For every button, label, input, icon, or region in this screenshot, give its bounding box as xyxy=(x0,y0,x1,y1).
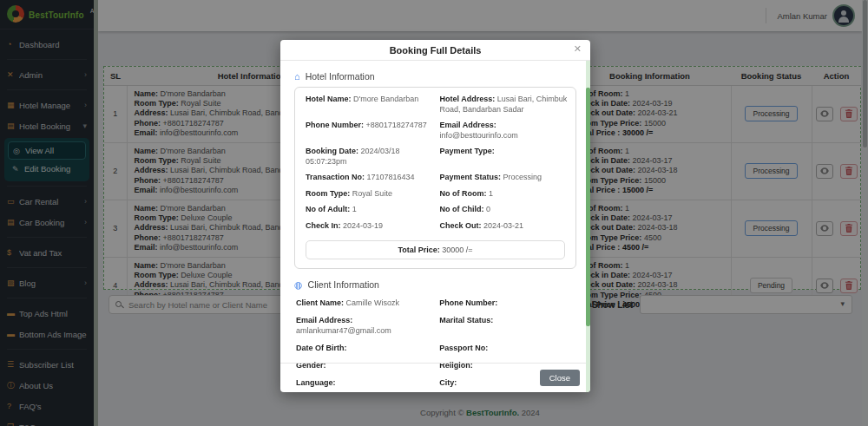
field-no-of-adult: No of Adult: 1 xyxy=(306,205,433,215)
client-information-section-header: ◍ Client Information xyxy=(294,279,576,290)
field-client-name: Client Name: Camille Wisozk xyxy=(296,298,432,309)
field-check-in: Check In: 2024-03-19 xyxy=(306,221,433,232)
field-date-of-birth: Date Of Birth: xyxy=(296,344,432,354)
client-icon: ◍ xyxy=(294,280,303,290)
modal-scrollbar-thumb[interactable] xyxy=(586,88,590,326)
hotel-information-section-header: ⌂ Hotel Information xyxy=(294,71,576,82)
field-no-of-child: No of Child: 0 xyxy=(440,205,572,215)
field-email-address: Email Address: info@besttourinfo.com xyxy=(440,121,572,141)
field-transaction-no: Transaction No: 17107816434 xyxy=(306,173,433,183)
close-button[interactable]: Close xyxy=(540,370,580,386)
field-phone-number: Phone Number: +8801718274787 xyxy=(306,121,433,141)
modal-body: ⌂ Hotel Information Hotel Name: D'more B… xyxy=(280,61,590,396)
close-icon[interactable]: ✕ xyxy=(574,43,582,55)
booking-details-modal: Booking Full Details ✕ ⌂ Hotel Informati… xyxy=(280,40,590,392)
field-client-phone: Phone Number: xyxy=(439,298,582,309)
field-check-out: Check Out: 2024-03-21 xyxy=(440,221,572,232)
hotel-icon: ⌂ xyxy=(294,72,300,82)
hotel-info-box: Hotel Name: D'more Bandarban Hotel Addre… xyxy=(294,87,576,269)
field-passport-no: Passport No: xyxy=(439,344,582,354)
field-client-email: Email Address: amlankumar47@gmail.com xyxy=(296,316,432,336)
modal-header: Booking Full Details ✕ xyxy=(280,40,590,61)
field-no-of-room: No of Room: 1 xyxy=(440,189,572,200)
field-payment-status: Payment Status: Processing xyxy=(440,173,572,183)
field-booking-date: Booking Date: 2024/03/18 05:07:23pm xyxy=(306,147,433,167)
field-hotel-address: Hotel Address: Lusai Bari, Chimbuk Road,… xyxy=(440,95,572,115)
field-marital-status: Marital Status: xyxy=(439,316,582,336)
field-payment-type: Payment Type: xyxy=(440,147,572,167)
modal-title: Booking Full Details xyxy=(390,45,482,56)
modal-footer: Close xyxy=(280,363,590,392)
field-hotel-name: Hotel Name: D'more Bandarban xyxy=(306,95,433,115)
modal-scrollbar[interactable] xyxy=(586,61,590,392)
total-price-box: Total Price: 30000 /= xyxy=(306,240,565,259)
field-room-type: Room Type: Royal Suite xyxy=(306,189,433,200)
